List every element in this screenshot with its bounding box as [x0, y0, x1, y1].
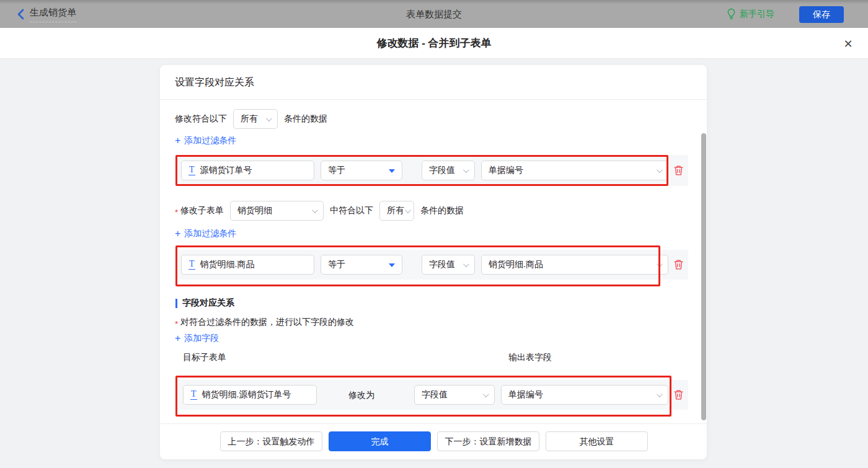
condition-field-value: 销货明细.商品: [200, 259, 255, 270]
chevron-down-icon: [405, 207, 411, 213]
plus-icon: +: [175, 229, 180, 239]
prev-step-button[interactable]: 上一步：设置触发动作: [220, 431, 322, 451]
chevron-down-icon: [463, 167, 469, 173]
mapping-desc-line: * 对符合过滤条件的数据，进行以下字段的修改: [175, 316, 354, 329]
output-field-value: 单据编号: [508, 389, 543, 400]
value-type-value: 字段值: [429, 165, 455, 176]
settings-panel: 设置字段对应关系 修改符合以下 所有 条件的数据 + 添加过滤条件 T 源销货订…: [160, 65, 707, 459]
value-field-select[interactable]: 销货明细.商品: [481, 255, 668, 275]
value-type-select[interactable]: 字段值: [414, 385, 495, 405]
main-match-value: 所有: [241, 113, 258, 125]
save-button[interactable]: 保存: [799, 6, 844, 23]
text-field-icon: T: [188, 166, 195, 175]
mapping-desc: 对符合过滤条件的数据，进行以下字段的修改: [180, 317, 354, 328]
mapping-section-title: 字段对应关系: [182, 298, 234, 309]
column-target-subform: 目标子表单: [183, 352, 226, 363]
value-type-value: 字段值: [422, 389, 448, 400]
panel-header: 设置字段对应关系: [175, 76, 254, 89]
subform-value: 销货明细: [237, 205, 272, 216]
subform-mid-text: 中符合以下: [330, 205, 373, 216]
main-filter-suffix: 条件的数据: [284, 113, 327, 125]
value-type-value: 字段值: [429, 259, 455, 270]
plus-icon: +: [175, 136, 180, 146]
other-settings-button[interactable]: 其他设置: [546, 431, 648, 451]
condition-field-input[interactable]: T 销货明细.商品: [181, 255, 314, 275]
add-filter-link-main[interactable]: + 添加过滤条件: [175, 135, 236, 146]
operator-value: 等于: [328, 165, 345, 176]
plus-icon: +: [175, 333, 180, 343]
add-filter-label: 添加过滤条件: [184, 135, 236, 146]
chevron-down-icon: [312, 207, 318, 213]
dialog-header: 修改数据 - 合并到子表单 ✕: [0, 28, 868, 59]
text-field-icon: T: [190, 390, 197, 400]
delete-mapping-icon[interactable]: [673, 389, 684, 400]
add-field-link[interactable]: + 添加字段: [175, 333, 219, 344]
chevron-down-icon: [657, 167, 663, 173]
chevron-down-icon: [463, 261, 469, 267]
value-type-select[interactable]: 字段值: [422, 161, 475, 180]
footer-divider: [160, 423, 707, 424]
delete-condition-icon[interactable]: [673, 165, 684, 176]
subform-label: 修改子表单: [180, 205, 224, 216]
beginner-guide-label: 新手引导: [740, 9, 774, 20]
close-icon[interactable]: ✕: [839, 35, 857, 53]
subform-filter-line: * 修改子表单 销货明细 中符合以下 所有 条件的数据: [175, 201, 464, 221]
add-filter-link-sub[interactable]: + 添加过滤条件: [175, 228, 236, 239]
main-filter-line: 修改符合以下 所有 条件的数据: [175, 109, 327, 129]
add-filter-label: 添加过滤条件: [184, 228, 236, 239]
required-asterisk: *: [175, 319, 178, 329]
main-match-select[interactable]: 所有: [233, 109, 278, 129]
output-field-select[interactable]: 单据编号: [501, 385, 668, 405]
subform-suffix: 条件的数据: [420, 205, 464, 216]
value-field-value: 单据编号: [489, 165, 523, 176]
value-type-select[interactable]: 字段值: [422, 255, 475, 275]
caret-down-icon: [389, 169, 395, 173]
top-bar: 生成销货单 表单数据提交 新手引导 保存: [0, 0, 868, 28]
mapping-row: T 销货明细.源销货订单号 修改为 字段值 单据编号: [175, 380, 688, 410]
main-filter-prefix: 修改符合以下: [175, 113, 227, 125]
operator-select[interactable]: 等于: [321, 255, 402, 275]
section-accent-bar: [175, 299, 177, 308]
value-field-value: 销货明细.商品: [489, 259, 543, 270]
lightbulb-icon: [727, 8, 736, 20]
condition-field-value: 源销货订单号: [200, 165, 252, 176]
chevron-down-icon: [657, 391, 663, 397]
operator-select[interactable]: 等于: [321, 161, 402, 180]
caret-down-icon: [389, 263, 395, 267]
dialog-title: 修改数据 - 合并到子表单: [0, 28, 868, 59]
header-divider: [160, 99, 707, 100]
sub-match-value: 所有: [387, 205, 404, 216]
subform-select[interactable]: 销货明细: [230, 201, 324, 221]
target-field-value: 销货明细.源销货订单号: [202, 389, 291, 400]
target-field-input[interactable]: T 销货明细.源销货订单号: [183, 385, 317, 405]
condition-field-input[interactable]: T 源销货订单号: [181, 161, 314, 180]
operator-value: 等于: [328, 259, 345, 270]
value-field-select[interactable]: 单据编号: [481, 161, 668, 180]
sub-match-select[interactable]: 所有: [379, 201, 414, 221]
next-step-button[interactable]: 下一步：设置新增数据: [437, 431, 539, 451]
add-field-label: 添加字段: [184, 333, 219, 344]
delete-condition-icon[interactable]: [673, 259, 684, 270]
text-field-icon: T: [188, 260, 195, 270]
chevron-down-icon: [266, 115, 272, 121]
chevron-down-icon: [483, 391, 489, 397]
filter-condition-row-2: T 销货明细.商品 等于 字段值 销货明细.商品: [175, 250, 688, 280]
required-asterisk: *: [175, 208, 178, 217]
done-button[interactable]: 完成: [329, 431, 431, 451]
chevron-down-icon: [657, 261, 663, 267]
filter-condition-row-1: T 源销货订单号 等于 字段值 单据编号: [175, 155, 688, 186]
mapping-section-header: 字段对应关系: [175, 298, 234, 309]
column-output-field: 输出表字段: [508, 352, 552, 363]
beginner-guide-link[interactable]: 新手引导: [727, 0, 774, 28]
scrollbar-thumb[interactable]: [701, 133, 706, 420]
modify-to-label: 修改为: [321, 380, 402, 410]
